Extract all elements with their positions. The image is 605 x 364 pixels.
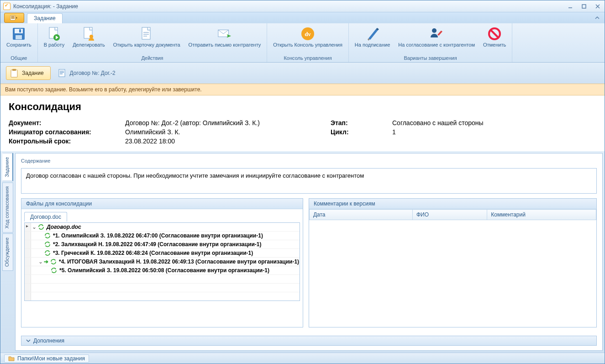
document-link-icon: [58, 69, 66, 78]
folder-icon: [8, 356, 15, 361]
statusbar: Папки\Мои новые задания: [0, 353, 605, 364]
side-tab-discuss[interactable]: Обсуждение: [2, 233, 13, 271]
tree-row-v2: *2. Залихвацкий Н. 19.08.2022 06:47:49 (…: [25, 240, 300, 249]
task-pill[interactable]: Задание: [6, 66, 51, 80]
comments-panel-title: Комментарии к версиям: [309, 199, 596, 209]
clipboard-icon: [10, 69, 18, 78]
initiator-value: Олимпийский З. К.: [125, 128, 331, 136]
content-label: Содержание: [21, 158, 597, 164]
stage-value: Согласовано с нашей стороны: [392, 119, 596, 127]
close-button[interactable]: [594, 2, 602, 11]
svg-rect-22: [11, 70, 17, 77]
no-entry-icon: [487, 26, 502, 41]
svg-rect-6: [15, 29, 23, 33]
initiator-label: Инициатор согласования:: [9, 128, 125, 136]
file-tab[interactable]: Договор.doc: [24, 212, 67, 222]
refresh-icon: [50, 258, 57, 265]
titlebar: Консолидация: - Задание: [0, 0, 605, 12]
stage-label: Этап:: [331, 119, 392, 127]
status-path[interactable]: Папки\Мои новые задания: [4, 354, 89, 363]
chevron-down-icon: [26, 338, 31, 343]
files-tree[interactable]: ⌄ Договор.doc *1. Олимпийский З. 19.08.2…: [24, 222, 300, 301]
main-panel: Содержание Договор согласован с нашей ст…: [15, 153, 603, 351]
cancel-button[interactable]: Отменить: [479, 24, 510, 54]
envelope-send-icon: [217, 26, 232, 41]
svg-point-20: [432, 28, 437, 33]
to-sign-button[interactable]: На подписание: [351, 24, 394, 54]
col-comment[interactable]: Комментарий: [487, 210, 596, 220]
svg-rect-7: [16, 35, 22, 39]
refresh-icon: [50, 267, 58, 274]
app-menu-button[interactable]: [4, 13, 24, 23]
tree-row-v3: *3. Греческий К. 19.08.2022 06:48:24 (Со…: [25, 249, 300, 258]
task-header: Консолидация Документ: Договор №: Дог.-2…: [0, 95, 605, 151]
open-card-button[interactable]: Открыть карточку документа: [109, 24, 184, 54]
doc-label: Документ:: [9, 119, 125, 127]
svg-rect-23: [12, 69, 16, 71]
ribbon-group-console: Консоль управления: [269, 54, 347, 62]
maximize-button[interactable]: [580, 2, 588, 11]
content-text: Договор согласован с нашей стороны. При …: [21, 168, 597, 194]
refresh-icon: [44, 232, 51, 239]
user-pen-icon: [429, 26, 444, 41]
accordion-additions[interactable]: Дополнения: [21, 336, 597, 346]
floppy-icon: [11, 26, 26, 41]
open-console-button[interactable]: dv Открыть Консоль управления: [269, 24, 347, 54]
tree-row-v5: *5. Олимпийский З. 19.08.2022 06:50:08 (…: [25, 266, 300, 275]
tree-row-v4: ⌄ ➔ *4. ИТОГОВАЯ Залихвацкий Н. 19.08.20…: [25, 258, 300, 266]
document-link[interactable]: Договор №: Дог.-2: [58, 69, 116, 78]
app-icon: [3, 3, 11, 10]
svg-text:dv: dv: [305, 31, 311, 37]
refresh-icon: [37, 224, 45, 230]
window-title: Консолидация: - Задание: [13, 3, 566, 10]
svg-rect-2: [11, 16, 15, 17]
ribbon: Сохранить Общие В работу Делегировать От…: [0, 23, 605, 63]
ribbon-tab-strip: Задание: [0, 12, 605, 23]
tree-row-root: ⌄ Договор.doc: [25, 223, 300, 232]
svg-rect-4: [11, 18, 15, 19]
svg-rect-0: [582, 5, 586, 8]
side-tab-task[interactable]: Задание: [2, 153, 13, 181]
to-approve-button[interactable]: На согласование с контрагентом: [394, 24, 479, 54]
expand-toggle[interactable]: ⌄: [31, 224, 37, 230]
files-panel-title: Файлы для консолидации: [21, 199, 303, 209]
document-user-icon: [81, 26, 96, 41]
nav-row: Задание Договор №: Дог.-2: [0, 63, 605, 84]
svg-rect-26: [60, 72, 64, 73]
cycle-label: Цикл:: [331, 128, 392, 136]
delegate-button[interactable]: Делегировать: [68, 24, 109, 54]
svg-rect-14: [143, 32, 149, 33]
deadline-value: 23.08.2022 18:00: [125, 137, 331, 145]
cycle-value: 1: [392, 128, 596, 136]
ribbon-group-complete: Варианты завершения: [351, 54, 510, 62]
col-date[interactable]: Дата: [309, 210, 412, 220]
minimize-button[interactable]: [566, 2, 574, 11]
svg-rect-16: [143, 36, 147, 37]
document-icon: [139, 26, 154, 41]
ribbon-collapse-button[interactable]: [594, 14, 601, 21]
comments-table[interactable]: Дата ФИО Комментарий: [309, 209, 596, 220]
arrow-right-icon: ➔: [44, 258, 48, 265]
ribbon-group-actions: Действия: [40, 54, 265, 62]
side-tabs: Задание Ход согласования Обсуждение: [2, 153, 13, 351]
side-tab-progress[interactable]: Ход согласования: [2, 182, 13, 232]
expand-toggle[interactable]: ⌄: [37, 258, 44, 265]
svg-rect-25: [60, 71, 64, 72]
tree-row-v1: *1. Олимпийский З. 19.08.2022 06:47:00 (…: [25, 232, 300, 240]
save-button[interactable]: Сохранить: [2, 24, 36, 54]
dv-circle-icon: dv: [300, 26, 315, 41]
svg-rect-24: [59, 69, 65, 77]
pen-icon: [365, 26, 380, 41]
ribbon-tab-task[interactable]: Задание: [27, 13, 63, 23]
notice-bar: Вам поступило задание. Возьмите его в ра…: [0, 84, 605, 95]
doc-value: Договор №: Дог.-2 (автор: Олимпийский З.…: [125, 119, 331, 127]
svg-rect-3: [11, 17, 15, 18]
col-fio[interactable]: ФИО: [413, 210, 487, 220]
deadline-label: Контрольный срок:: [9, 137, 125, 145]
to-work-button[interactable]: В работу: [40, 24, 68, 54]
send-mail-button[interactable]: Отправить письмо контрагенту: [184, 24, 265, 54]
page-title: Консолидация: [9, 101, 596, 113]
svg-rect-15: [143, 34, 149, 35]
svg-rect-27: [60, 74, 63, 74]
refresh-icon: [44, 250, 51, 256]
